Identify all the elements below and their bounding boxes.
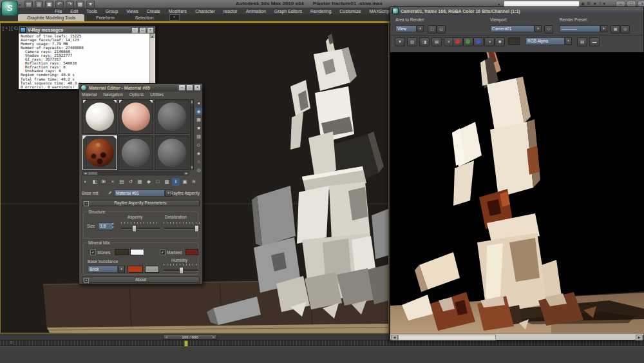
viewport-dropdown[interactable]: Camera01 ▾ <box>490 25 542 32</box>
frame-prev-arrow[interactable]: < <box>166 335 168 340</box>
restore-button[interactable]: □ <box>186 84 193 91</box>
image-tool-icon[interactable]: ▤ <box>431 37 442 46</box>
material-editor-titlebar[interactable]: Material Editor - Material #65 – □ × <box>79 84 202 92</box>
side-tool-icon[interactable]: ▨ <box>195 133 202 140</box>
scroll-thumb[interactable] <box>88 172 97 175</box>
side-tool-icon[interactable]: ◎ <box>195 166 202 173</box>
vray-scrollbar[interactable]: ▲ <box>149 34 155 88</box>
edit-region-button[interactable]: ▢ <box>428 25 437 34</box>
scroll-left-icon[interactable]: ◀ <box>391 335 398 340</box>
material-tool-icon[interactable]: ◐ <box>82 178 90 186</box>
menu-item[interactable]: Create <box>147 9 160 14</box>
material-tool-icon[interactable]: ▣ <box>181 178 189 186</box>
size-spin-down-icon[interactable]: ▾ <box>112 226 114 229</box>
maximize-button[interactable]: □ <box>139 27 146 34</box>
menu-item[interactable]: Utilities <box>150 92 164 97</box>
side-tool-icon[interactable]: ● <box>195 99 202 106</box>
auto-region-button[interactable]: ◱ <box>437 25 446 34</box>
gray-color-swatch[interactable] <box>145 266 159 273</box>
material-tool-icon[interactable]: ↺ <box>127 178 135 186</box>
menu-item[interactable]: Modifiers <box>169 9 187 14</box>
side-tool-icon[interactable]: ▦ <box>195 116 202 123</box>
render-canvas[interactable] <box>390 52 644 335</box>
menu-item[interactable]: File <box>55 9 62 14</box>
render-window-titlebar[interactable]: Camera01, frame 166, RGBA Color 16 Bits/… <box>390 7 643 15</box>
extra-tool-icon[interactable]: ▬ <box>589 37 600 46</box>
material-tool-icon[interactable]: × <box>109 178 117 186</box>
render-preset-dropdown[interactable]: ----------- ▾ <box>560 25 607 32</box>
tab-selection[interactable]: Selection <box>126 14 163 21</box>
scroll-right-icon[interactable]: ▶ <box>636 335 643 340</box>
menu-item[interactable]: MAXScript <box>369 9 390 14</box>
render-setup-button[interactable]: ▦ <box>611 25 620 34</box>
material-tool-icon[interactable]: ◆ <box>145 178 153 186</box>
image-tool-icon[interactable]: ▼ <box>395 37 405 46</box>
stones-checkbox[interactable]: ✓ <box>90 250 96 255</box>
track-bar[interactable] <box>0 340 644 346</box>
menu-item[interactable]: Navigation <box>103 92 123 97</box>
menu-item[interactable]: Group <box>106 9 118 14</box>
material-tool-icon[interactable]: ‖ <box>172 178 180 186</box>
menu-item[interactable]: Graph Editors <box>274 9 302 14</box>
minimize-button[interactable]: – <box>131 27 138 34</box>
detalization-slider-handle[interactable] <box>194 225 199 232</box>
sample-vertical-scrollbar[interactable]: ▲ ▼ <box>190 99 194 170</box>
channel-display-dropdown[interactable]: RGB Alpha ▾ <box>526 37 572 45</box>
stones-color-swatch[interactable] <box>115 249 129 255</box>
dropdown-arrow-icon[interactable]: ▾ <box>417 25 424 32</box>
menu-item[interactable]: Rendering <box>310 9 331 14</box>
app-menu-arrow-icon[interactable]: ▾ <box>19 3 21 7</box>
tab-graphite-modeling-tools[interactable]: Graphite Modeling Tools <box>18 14 84 21</box>
area-to-render-dropdown[interactable]: View ▾ <box>395 25 424 32</box>
size-field[interactable]: 3,8 <box>98 222 113 230</box>
menu-item[interactable]: Tools <box>86 9 97 14</box>
ribbon-minimize-button[interactable]: ▾ <box>169 14 180 21</box>
base-substance-dropdown[interactable]: Brick ▾ <box>88 266 125 273</box>
marbled-color-swatch[interactable] <box>185 249 198 255</box>
menu-item[interactable]: reactor <box>223 9 238 14</box>
blue-channel-button[interactable] <box>473 37 484 46</box>
environment-button[interactable]: ◎ <box>620 25 630 34</box>
menu-item[interactable]: Material <box>82 92 97 97</box>
close-button[interactable]: × <box>147 27 154 34</box>
material-slot[interactable] <box>82 99 117 134</box>
menu-item[interactable]: Views <box>126 9 138 14</box>
tab-freeform[interactable]: Freeform <box>87 14 123 21</box>
lock-viewport-button[interactable]: ⬭ <box>544 25 553 34</box>
dropdown-arrow-icon[interactable]: ▾ <box>535 25 542 32</box>
dropdown-arrow-icon[interactable]: ▾ <box>118 266 125 273</box>
material-slot[interactable] <box>155 135 189 170</box>
menu-item[interactable]: Animation <box>246 9 266 14</box>
humidity-slider[interactable] <box>164 270 198 271</box>
menu-item[interactable]: Character <box>195 9 215 14</box>
side-tool-icon[interactable]: ◇ <box>195 141 202 148</box>
scroll-left-icon[interactable]: ◀ <box>83 172 88 175</box>
search-scope-arrow-icon[interactable]: ▾ <box>498 2 500 6</box>
scroll-down-icon[interactable]: ▼ <box>191 166 193 170</box>
base-material-dropdown[interactable]: Material #81 ▾ <box>114 190 172 197</box>
image-tool-icon[interactable]: ▥ <box>407 37 417 46</box>
material-tool-icon[interactable]: □ <box>154 178 162 186</box>
humidity-slider-handle[interactable] <box>179 267 184 274</box>
asperity-slider[interactable] <box>121 228 160 230</box>
red-channel-button[interactable] <box>453 37 463 46</box>
frame-next-arrow[interactable]: > <box>212 335 214 340</box>
side-tool-icon[interactable]: ◉ <box>195 108 202 115</box>
render-horizontal-scrollbar[interactable]: ◀ ▶ <box>390 333 643 340</box>
stones-color2-swatch[interactable] <box>130 249 144 255</box>
material-class-button[interactable]: Rayfire Asperity <box>170 191 200 195</box>
time-slider-handle[interactable]: < 166 / 600 > <box>163 334 217 340</box>
material-tool-icon[interactable]: ⊞ <box>100 178 108 186</box>
minimize-button[interactable]: – <box>178 84 185 91</box>
material-tool-icon[interactable]: ▦ <box>136 178 144 186</box>
trackbar-grab-icon[interactable]: ≡ <box>10 340 13 344</box>
detalization-slider[interactable] <box>164 228 200 230</box>
scroll-right-icon[interactable]: ▶ <box>184 172 189 175</box>
green-channel-button[interactable] <box>463 37 473 46</box>
viewport-label[interactable]: [ + ] [ Ca <box>3 26 20 30</box>
material-slot[interactable] <box>155 99 189 134</box>
background-color-swatch[interactable] <box>508 37 520 45</box>
time-slider[interactable]: < 166 / 600 > <box>0 333 389 340</box>
side-tool-icon[interactable]: ○ <box>195 158 202 165</box>
dropdown-arrow-icon[interactable]: ▾ <box>565 37 572 45</box>
